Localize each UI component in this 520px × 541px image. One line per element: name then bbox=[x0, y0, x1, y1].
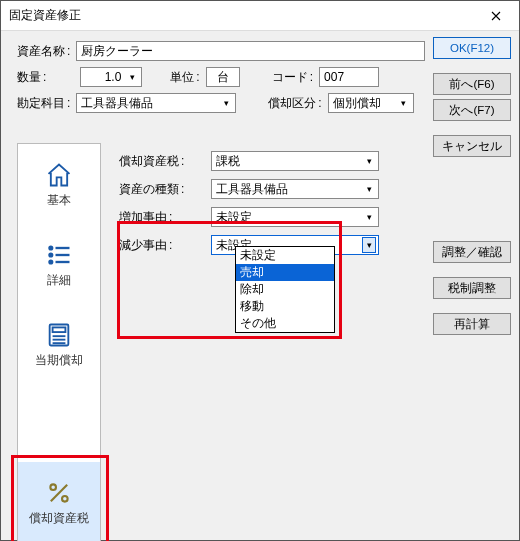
account-select[interactable]: 工具器具備品 ▾ bbox=[76, 93, 236, 113]
svg-point-12 bbox=[50, 484, 56, 490]
dep-tax-label: 償却資産税 bbox=[119, 153, 205, 170]
asset-name-label: 資産名称 bbox=[17, 43, 70, 60]
dep-tax-select[interactable]: 課税 ▾ bbox=[211, 151, 379, 171]
qty-select[interactable]: 1.0 ▾ bbox=[80, 67, 142, 87]
list-icon bbox=[45, 241, 73, 269]
next-button[interactable]: 次へ(F7) bbox=[433, 99, 511, 121]
inc-reason-select[interactable]: 未設定 ▾ bbox=[211, 207, 379, 227]
home-icon bbox=[45, 161, 73, 189]
svg-point-4 bbox=[49, 260, 52, 263]
option-sale[interactable]: 売却 bbox=[236, 264, 334, 281]
ok-button[interactable]: OK(F12) bbox=[433, 37, 511, 59]
asset-type-select[interactable]: 工具器具備品 ▾ bbox=[211, 179, 379, 199]
tax-adjust-button[interactable]: 税制調整 bbox=[433, 277, 511, 299]
chevron-down-icon: ▾ bbox=[362, 153, 376, 169]
left-column: 資産名称 数量 1.0 ▾ 単位 コード 勘定科目 bbox=[1, 31, 433, 540]
dec-reason-dropdown[interactable]: 未設定 売却 除却 移動 その他 bbox=[235, 246, 335, 333]
cancel-button[interactable]: キャンセル bbox=[433, 135, 511, 157]
content: 資産名称 数量 1.0 ▾ 単位 コード 勘定科目 bbox=[1, 31, 519, 540]
code-label: コード bbox=[272, 69, 313, 86]
right-column: OK(F12) 前へ(F6) 次へ(F7) キャンセル 調整／確認 税制調整 再… bbox=[433, 31, 519, 540]
dec-reason-label: 減少事由 bbox=[119, 237, 205, 254]
chevron-down-icon: ▾ bbox=[397, 95, 411, 111]
chevron-down-icon: ▾ bbox=[362, 237, 376, 253]
close-icon bbox=[491, 11, 501, 21]
chevron-down-icon: ▾ bbox=[362, 181, 376, 197]
code-input[interactable] bbox=[319, 67, 379, 87]
nav-basic[interactable]: 基本 bbox=[18, 144, 100, 224]
account-label: 勘定科目 bbox=[17, 95, 70, 112]
chevron-down-icon: ▾ bbox=[219, 95, 233, 111]
side-nav: 基本 詳細 当期償却 償却資産税 bbox=[17, 143, 101, 541]
prev-button[interactable]: 前へ(F6) bbox=[433, 73, 511, 95]
option-disposal[interactable]: 除却 bbox=[236, 281, 334, 298]
nav-dep-tax[interactable]: 償却資産税 bbox=[18, 462, 100, 541]
nav-detail[interactable]: 詳細 bbox=[18, 224, 100, 304]
asset-type-label: 資産の種類 bbox=[119, 181, 205, 198]
inc-reason-label: 増加事由 bbox=[119, 209, 205, 226]
svg-point-2 bbox=[49, 253, 52, 256]
option-move[interactable]: 移動 bbox=[236, 298, 334, 315]
svg-point-0 bbox=[49, 246, 52, 249]
qty-label: 数量 bbox=[17, 69, 46, 86]
recalc-button[interactable]: 再計算 bbox=[433, 313, 511, 335]
unit-input[interactable] bbox=[206, 67, 240, 87]
unit-label: 単位 bbox=[170, 69, 199, 86]
dep-class-select[interactable]: 個別償却 ▾ bbox=[328, 93, 414, 113]
window-title: 固定資産修正 bbox=[9, 7, 81, 24]
fixed-asset-edit-dialog: 固定資産修正 資産名称 数量 1.0 ▾ 単位 bbox=[0, 0, 520, 541]
percent-icon bbox=[45, 479, 73, 507]
calculator-icon bbox=[45, 321, 73, 349]
svg-line-11 bbox=[51, 484, 67, 500]
close-button[interactable] bbox=[473, 1, 519, 31]
adjust-confirm-button[interactable]: 調整／確認 bbox=[433, 241, 511, 263]
option-other[interactable]: その他 bbox=[236, 315, 334, 332]
titlebar: 固定資産修正 bbox=[1, 1, 519, 31]
chevron-down-icon: ▾ bbox=[362, 209, 376, 225]
asset-name-input[interactable] bbox=[76, 41, 425, 61]
svg-rect-7 bbox=[53, 327, 66, 332]
chevron-down-icon: ▾ bbox=[125, 69, 139, 85]
dep-class-label: 償却区分 bbox=[268, 95, 321, 112]
option-unset[interactable]: 未設定 bbox=[236, 247, 334, 264]
svg-point-13 bbox=[62, 496, 68, 502]
nav-current-dep[interactable]: 当期償却 bbox=[18, 304, 100, 384]
